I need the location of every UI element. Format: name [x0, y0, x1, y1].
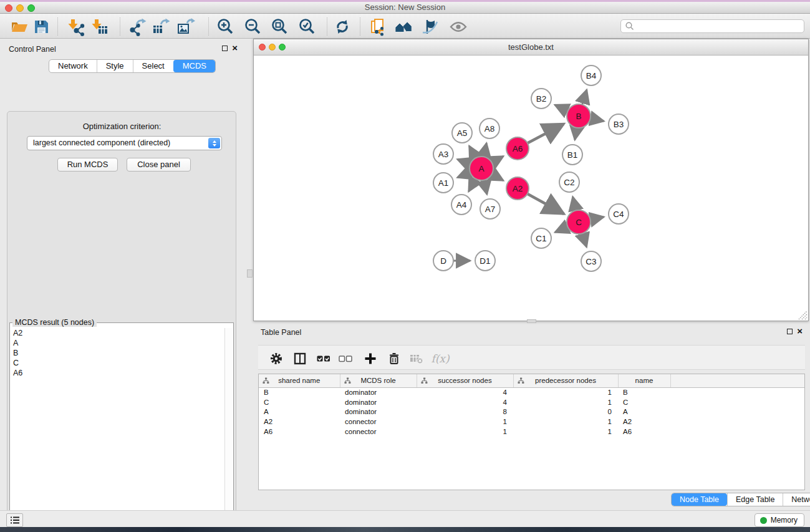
- mcds-result-scrollbar[interactable]: [224, 328, 233, 532]
- table-cell[interactable]: [670, 417, 805, 427]
- table-cell[interactable]: dominator: [340, 397, 417, 407]
- column-header-shared-name[interactable]: shared name: [259, 374, 340, 387]
- memory-button[interactable]: Memory: [755, 513, 804, 527]
- mcds-result-item[interactable]: C: [11, 358, 225, 368]
- graph-edge-C-C3[interactable]: [582, 233, 587, 247]
- table-cell[interactable]: 1: [513, 417, 618, 427]
- table-cell[interactable]: dominator: [340, 387, 417, 397]
- table-row[interactable]: A6connector11A6: [259, 427, 805, 437]
- graph-edge-A-A1[interactable]: [457, 173, 470, 178]
- table-cell[interactable]: A: [259, 407, 340, 417]
- close-table-panel-icon[interactable]: ×: [797, 328, 803, 334]
- export-network-icon[interactable]: [127, 17, 147, 37]
- table-cell[interactable]: 1: [513, 427, 618, 437]
- save-session-icon[interactable]: [31, 17, 51, 37]
- task-history-button[interactable]: [6, 513, 23, 527]
- table-cell[interactable]: dominator: [340, 407, 417, 417]
- column-header-predecessor-nodes[interactable]: predecessor nodes: [513, 374, 618, 387]
- table-row[interactable]: Adominator80A: [259, 407, 805, 417]
- deselect-all-icon[interactable]: [338, 351, 353, 366]
- graph-edge-B-B3[interactable]: [591, 118, 604, 121]
- table-cell[interactable]: 1: [417, 427, 513, 437]
- table-cell[interactable]: C: [618, 397, 670, 407]
- table-cell[interactable]: 0: [513, 407, 618, 417]
- zoom-in-icon[interactable]: [216, 17, 236, 37]
- column-header-name[interactable]: name: [618, 374, 670, 387]
- mcds-result-item[interactable]: B: [11, 348, 225, 358]
- add-row-icon[interactable]: [363, 351, 378, 366]
- network-overview-icon[interactable]: [394, 17, 414, 37]
- zoom-window-button[interactable]: [27, 4, 35, 12]
- network-zoom-button[interactable]: [279, 44, 286, 51]
- tab-node-table[interactable]: Node Table: [672, 493, 727, 506]
- show-hide-graphics-details-icon[interactable]: [420, 17, 440, 37]
- tab-select[interactable]: Select: [133, 60, 173, 72]
- tab-network-table[interactable]: Network Table: [783, 493, 810, 506]
- float-table-panel-icon[interactable]: [787, 329, 793, 334]
- graph-edge-A-A7[interactable]: [484, 180, 487, 195]
- mcds-result-list[interactable]: A2ABCA6: [11, 328, 225, 532]
- graph-edge-B-B2[interactable]: [555, 105, 568, 111]
- table-cell[interactable]: 1: [513, 387, 618, 397]
- splitter-handle-vertical[interactable]: [247, 269, 253, 278]
- show-columns-icon[interactable]: [292, 351, 307, 366]
- tab-edge-table[interactable]: Edge Table: [727, 493, 783, 506]
- network-close-button[interactable]: [259, 44, 266, 51]
- graph-edge-A2-C[interactable]: [528, 194, 564, 214]
- float-panel-icon[interactable]: [222, 46, 228, 51]
- mcds-result-item[interactable]: A6: [11, 368, 225, 378]
- search-input[interactable]: [635, 21, 804, 32]
- column-header-mcds-role[interactable]: MCDS role: [340, 374, 417, 387]
- import-table-icon[interactable]: [90, 17, 110, 37]
- splitter-handle-horizontal[interactable]: [527, 319, 536, 323]
- tab-network[interactable]: Network: [49, 60, 97, 72]
- open-session-icon[interactable]: [9, 17, 29, 37]
- table-cell[interactable]: [670, 397, 805, 407]
- refresh-view-icon[interactable]: [332, 17, 352, 37]
- table-row[interactable]: A2connector11A2: [259, 417, 805, 427]
- node-table[interactable]: shared name MCDS role successor nodes pr…: [259, 374, 805, 436]
- zoom-out-icon[interactable]: [243, 17, 263, 37]
- table-cell[interactable]: A6: [259, 427, 340, 437]
- tab-style[interactable]: Style: [97, 60, 133, 72]
- minimize-window-button[interactable]: [16, 4, 24, 12]
- close-panel-icon[interactable]: ×: [232, 45, 238, 51]
- network-graph[interactable]: AA1A2A3A4A5A6A7A8BB1B2B3B4CC1C2C3C4DD1: [254, 56, 808, 321]
- import-network-icon[interactable]: [66, 17, 86, 37]
- run-mcds-button[interactable]: Run MCDS: [57, 158, 118, 172]
- mcds-result-item[interactable]: A2: [11, 328, 225, 338]
- search-field[interactable]: [620, 19, 804, 33]
- export-table-icon[interactable]: [151, 17, 171, 37]
- tab-mcds[interactable]: MCDS: [173, 60, 215, 72]
- table-cell[interactable]: connector: [340, 427, 417, 437]
- graph-edge-A-A2[interactable]: [492, 174, 504, 180]
- show-hide-annotations-icon[interactable]: [448, 17, 468, 37]
- table-cell[interactable]: C: [259, 397, 340, 407]
- graph-edge-B-B1[interactable]: [575, 128, 577, 140]
- table-cell[interactable]: 4: [417, 387, 513, 397]
- table-cell[interactable]: 1: [417, 417, 513, 427]
- zoom-selected-icon[interactable]: [297, 17, 317, 37]
- table-cell[interactable]: 8: [417, 407, 513, 417]
- graph-edge-A-A3[interactable]: [457, 159, 470, 164]
- graph-edge-C-C4[interactable]: [591, 217, 604, 220]
- graph-edge-A-A5[interactable]: [469, 146, 475, 158]
- graph-edge-B-B4[interactable]: [582, 90, 587, 105]
- table-row[interactable]: Bdominator41B: [259, 387, 805, 397]
- table-cell[interactable]: A6: [618, 427, 670, 437]
- table-cell[interactable]: connector: [340, 417, 417, 427]
- graph-edge-C-C1[interactable]: [555, 227, 568, 233]
- export-image-icon[interactable]: [176, 17, 196, 37]
- delete-row-icon[interactable]: [387, 351, 402, 366]
- column-header-successor-nodes[interactable]: successor nodes: [417, 374, 513, 387]
- graph-edge-A-A6[interactable]: [492, 157, 504, 163]
- window-resize-grip[interactable]: [798, 311, 808, 320]
- close-panel-button[interactable]: Close panel: [127, 158, 191, 172]
- network-minimize-button[interactable]: [269, 44, 276, 51]
- graph-edge-A6-B[interactable]: [528, 124, 564, 143]
- table-cell[interactable]: [670, 427, 805, 437]
- table-cell[interactable]: B: [259, 387, 340, 397]
- select-all-icon[interactable]: [316, 351, 331, 366]
- table-cell[interactable]: 4: [417, 397, 513, 407]
- graph-edge-A-A8[interactable]: [484, 143, 486, 157]
